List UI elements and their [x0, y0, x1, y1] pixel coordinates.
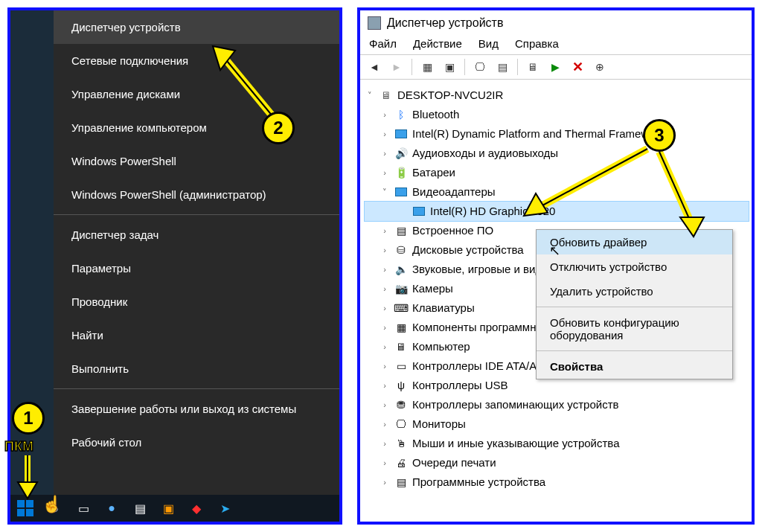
- annotation-badge-2: 2: [262, 112, 295, 144]
- separator: [54, 388, 342, 389]
- tree-label: Клавиатуры: [412, 298, 475, 318]
- ctx-device-manager[interactable]: Диспетчер устройств: [54, 10, 342, 44]
- task-view-icon[interactable]: ▭: [74, 499, 92, 517]
- left-panel: Диспетчер устройств Сетевые подключения …: [7, 7, 342, 525]
- tree-label: Батареи: [412, 163, 455, 182]
- tree-node-monitors[interactable]: ›🖵Мониторы: [365, 414, 749, 434]
- toolbar: ◄ ► ▦ ▣ 🖵 ▤ 🖥 ▶ ✕ ⊕: [360, 54, 752, 80]
- rc-properties[interactable]: Свойства: [537, 354, 732, 379]
- tree-label: Дисковые устройства: [412, 240, 524, 260]
- tree-node-bluetooth[interactable]: ›ᛒBluetooth: [365, 105, 749, 124]
- tree-label: DESKTOP-NVCU2IR: [397, 86, 503, 105]
- taskbar-app-icon[interactable]: ◆: [188, 499, 205, 517]
- ctx-label: Windows PowerShell (администратор): [71, 188, 266, 201]
- separator: [412, 59, 412, 75]
- ctx-label: Управление дисками: [71, 88, 180, 100]
- tree-node-software-devices[interactable]: ›▤Программные устройства: [365, 472, 749, 492]
- tree-label: Мыши и иные указывающие устройства: [412, 434, 619, 453]
- ctx-powershell[interactable]: Windows PowerShell: [54, 144, 342, 178]
- ctx-run[interactable]: Выполнить: [54, 352, 342, 385]
- taskbar-app-icon[interactable]: ➤: [216, 499, 234, 517]
- ctx-label: Найти: [71, 329, 103, 342]
- annotation-arrow-icon: [521, 146, 662, 228]
- ctx-explorer[interactable]: Проводник: [54, 285, 342, 318]
- tree-label: Контроллеры USB: [412, 376, 508, 395]
- tool-icon[interactable]: ▣: [440, 58, 459, 76]
- annotation-badge-3: 3: [643, 119, 676, 152]
- forward-button[interactable]: ►: [387, 58, 406, 76]
- svg-line-10: [659, 152, 691, 222]
- enable-icon[interactable]: ▶: [545, 58, 565, 76]
- tree-label: Программные устройства: [412, 472, 545, 492]
- menu-help[interactable]: Справка: [515, 37, 559, 50]
- ctx-label: Завершение работы или выход из системы: [71, 403, 296, 415]
- tree-root[interactable]: ˅🖥DESKTOP-NVCU2IR: [365, 86, 749, 105]
- ctx-powershell-admin[interactable]: Windows PowerShell (администратор): [54, 178, 342, 211]
- ctx-settings[interactable]: Параметры: [54, 251, 342, 285]
- tree-label: Компьютер: [412, 337, 470, 356]
- rc-label: Удалить устройство: [550, 285, 653, 298]
- disable-icon[interactable]: ✕: [568, 58, 587, 76]
- menu-view[interactable]: Вид: [478, 37, 499, 50]
- tree-node-storage-controllers[interactable]: ›⛃Контроллеры запоминающих устройств: [365, 395, 749, 414]
- tree-node-mice[interactable]: ›🖱Мыши и иные указывающие устройства: [365, 434, 749, 453]
- tree-label: Intel(R) Dynamic Platform and Thermal Fr…: [412, 124, 665, 144]
- annotation-pkm-label: ПКМ: [4, 439, 33, 455]
- cursor-hand-icon: ☝️: [42, 495, 62, 514]
- rc-uninstall-device[interactable]: Удалить устройство: [537, 279, 732, 304]
- svg-marker-2: [18, 482, 37, 499]
- ctx-task-manager[interactable]: Диспетчер задач: [54, 218, 342, 251]
- svg-line-4: [223, 57, 277, 121]
- svg-marker-11: [680, 217, 704, 237]
- separator: [537, 307, 732, 307]
- taskbar-app-icon[interactable]: ▣: [159, 499, 177, 517]
- ctx-label: Параметры: [71, 262, 131, 275]
- winx-context-menu: Диспетчер устройств Сетевые подключения …: [54, 10, 342, 516]
- tool-icon[interactable]: 🖥: [523, 58, 542, 76]
- annotation-badge-1: 1: [12, 402, 45, 435]
- taskbar-app-icon[interactable]: ●: [103, 499, 121, 517]
- tree-label: Очереди печати: [412, 453, 496, 472]
- device-context-menu: Обновить драйвер Отключить устройство Уд…: [536, 229, 733, 379]
- tool-icon[interactable]: ▦: [417, 58, 437, 76]
- cursor-arrow-icon: ↖: [549, 243, 560, 259]
- ctx-label: Сетевые подключения: [71, 54, 188, 67]
- ctx-label: Выполнить: [71, 362, 129, 375]
- menu-file[interactable]: Файл: [369, 37, 397, 50]
- window-title-bar: Диспетчер устройств: [360, 10, 752, 33]
- tree-label: Встроенное ПО: [412, 221, 493, 240]
- rc-label: Обновить драйвер: [550, 236, 647, 249]
- menu-action[interactable]: Действие: [413, 37, 462, 50]
- menu-bar: Файл Действие Вид Справка: [360, 33, 752, 54]
- rc-scan-hardware[interactable]: Обновить конфигурацию оборудования: [537, 310, 732, 347]
- ctx-label: Диспетчер задач: [71, 228, 159, 241]
- tool-icon[interactable]: 🖵: [470, 58, 490, 76]
- rc-label: Отключить устройство: [550, 260, 667, 273]
- ctx-disk-management[interactable]: Управление дисками: [54, 77, 342, 111]
- back-button[interactable]: ◄: [365, 58, 384, 76]
- tool-icon[interactable]: ⊕: [590, 58, 609, 76]
- separator: [464, 59, 465, 75]
- tree-node-print-queues[interactable]: ›🖨Очереди печати: [365, 453, 749, 472]
- tree-label: Bluetooth: [412, 105, 459, 124]
- ctx-label: Рабочий стол: [71, 436, 141, 449]
- ctx-computer-management[interactable]: Управление компьютером: [54, 111, 342, 144]
- windows-logo-icon: [17, 500, 33, 516]
- tree-label: Контроллеры запоминающих устройств: [412, 395, 618, 414]
- separator: [517, 59, 518, 75]
- start-button[interactable]: [15, 498, 36, 519]
- ctx-label: Проводник: [71, 295, 127, 308]
- tool-icon[interactable]: ▤: [493, 58, 512, 76]
- annotation-arrow-icon: [16, 455, 39, 500]
- rc-disable-device[interactable]: Отключить устройство: [537, 254, 732, 279]
- ctx-shutdown[interactable]: Завершение работы или выход из системы: [54, 392, 342, 426]
- tree-label: Камеры: [412, 279, 453, 298]
- ctx-desktop[interactable]: Рабочий стол: [54, 426, 342, 459]
- rc-label: Свойства: [550, 360, 603, 373]
- tree-label: Мониторы: [412, 414, 466, 434]
- separator: [537, 350, 732, 351]
- ctx-network-connections[interactable]: Сетевые подключения: [54, 44, 342, 77]
- tree-node-intel-dptf[interactable]: ›Intel(R) Dynamic Platform and Thermal F…: [365, 124, 749, 144]
- taskbar-app-icon[interactable]: ▤: [131, 499, 149, 517]
- ctx-search[interactable]: Найти: [54, 318, 342, 352]
